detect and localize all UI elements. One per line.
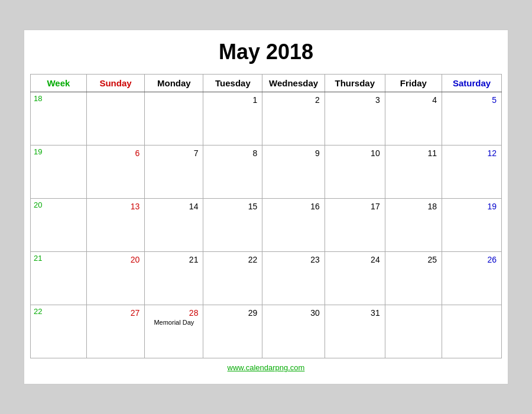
calendar-day-cell: 19 xyxy=(442,199,501,252)
calendar-day-cell: 29 xyxy=(203,305,262,358)
calendar-day-cell: 16 xyxy=(262,199,325,252)
calendar-day-cell: 6 xyxy=(86,145,145,199)
day-number: 5 xyxy=(445,94,498,105)
calendar-day-cell: 21 xyxy=(145,252,203,305)
calendar-day-cell: 14 xyxy=(145,199,203,252)
week-number: 19 xyxy=(31,145,87,199)
calendar-day-cell: 27 xyxy=(86,305,145,358)
calendar-week-row: 2120212223242526 xyxy=(31,252,502,305)
calendar-day-cell: 2 xyxy=(262,92,325,145)
calendar-day-cell xyxy=(385,305,442,358)
day-number: 25 xyxy=(388,254,439,264)
calendar-day-cell: 5 xyxy=(442,92,501,145)
day-number: 29 xyxy=(206,307,259,318)
calendar-week-row: 1812345 xyxy=(31,92,502,145)
day-number: 14 xyxy=(148,200,200,211)
day-number: 27 xyxy=(90,307,142,318)
day-number: 17 xyxy=(328,200,382,211)
header-saturday: Saturday xyxy=(442,75,501,92)
calendar-day-cell xyxy=(442,305,501,358)
header-sunday: Sunday xyxy=(86,75,145,92)
calendar-day-cell: 4 xyxy=(385,92,442,145)
week-number: 22 xyxy=(31,305,87,358)
header-tuesday: Tuesday xyxy=(203,75,262,92)
calendar-day-cell: 17 xyxy=(325,199,385,252)
day-number: 22 xyxy=(206,254,259,264)
calendar-day-cell: 25 xyxy=(385,252,442,305)
calendar-week-row: 222728Memorial Day293031 xyxy=(31,305,502,358)
calendar-day-cell: 23 xyxy=(262,252,325,305)
holiday-label: Memorial Day xyxy=(148,319,200,326)
day-number: 21 xyxy=(148,254,200,264)
day-number: 19 xyxy=(445,200,498,211)
day-number: 9 xyxy=(265,147,322,158)
header-monday: Monday xyxy=(145,75,203,92)
day-number: 15 xyxy=(206,200,259,211)
calendar-day-cell: 1 xyxy=(203,92,262,145)
calendar-title: May 2018 xyxy=(30,36,502,68)
calendar-day-cell: 30 xyxy=(262,305,325,358)
day-number: 1 xyxy=(206,94,259,105)
day-number: 10 xyxy=(328,147,382,158)
week-number: 21 xyxy=(31,252,87,305)
calendar-day-cell: 22 xyxy=(203,252,262,305)
day-number: 18 xyxy=(388,200,439,211)
day-number: 8 xyxy=(206,147,259,158)
day-number: 3 xyxy=(328,94,382,105)
calendar-container: May 2018 Week Sunday Monday Tuesday Wedn… xyxy=(24,30,508,384)
calendar-day-cell: 31 xyxy=(325,305,385,358)
calendar-day-cell: 8 xyxy=(203,145,262,199)
calendar-day-cell: 9 xyxy=(262,145,325,199)
calendar-day-cell: 7 xyxy=(145,145,203,199)
day-number: 16 xyxy=(265,200,322,211)
day-number: 12 xyxy=(445,147,498,158)
calendar-week-row: 2013141516171819 xyxy=(31,199,502,252)
day-number: 11 xyxy=(388,147,439,158)
calendar-day-cell: 18 xyxy=(385,199,442,252)
calendar-day-cell: 24 xyxy=(325,252,385,305)
week-number: 18 xyxy=(31,92,87,145)
header-week: Week xyxy=(31,75,87,92)
calendar-day-cell: 12 xyxy=(442,145,501,199)
day-number: 24 xyxy=(328,254,382,264)
day-number: 6 xyxy=(90,147,142,158)
day-number: 31 xyxy=(328,307,382,318)
calendar-day-cell: 10 xyxy=(325,145,385,199)
calendar-day-cell: 20 xyxy=(86,252,145,305)
calendar-day-cell: 3 xyxy=(325,92,385,145)
calendar-day-cell: 11 xyxy=(385,145,442,199)
calendar-table: Week Sunday Monday Tuesday Wednesday Thu… xyxy=(30,74,502,358)
calendar-week-row: 196789101112 xyxy=(31,145,502,199)
day-number: 4 xyxy=(388,94,439,105)
header-friday: Friday xyxy=(385,75,442,92)
day-number: 23 xyxy=(265,254,322,264)
calendar-day-cell: 15 xyxy=(203,199,262,252)
day-number: 20 xyxy=(90,254,142,264)
day-number: 13 xyxy=(90,200,142,211)
calendar-day-cell: 28Memorial Day xyxy=(145,305,203,358)
calendar-day-cell xyxy=(86,92,145,145)
day-number: 2 xyxy=(265,94,322,105)
calendar-day-cell: 13 xyxy=(86,199,145,252)
header-thursday: Thursday xyxy=(325,75,385,92)
header-wednesday: Wednesday xyxy=(262,75,325,92)
day-number: 26 xyxy=(445,254,498,264)
day-number: 7 xyxy=(148,147,200,158)
day-number: 28 xyxy=(148,307,200,318)
calendar-footer: www.calendarpng.com xyxy=(30,363,502,372)
calendar-day-cell xyxy=(145,92,203,145)
calendar-day-cell: 26 xyxy=(442,252,501,305)
week-number: 20 xyxy=(31,199,87,252)
day-number: 30 xyxy=(265,307,322,318)
